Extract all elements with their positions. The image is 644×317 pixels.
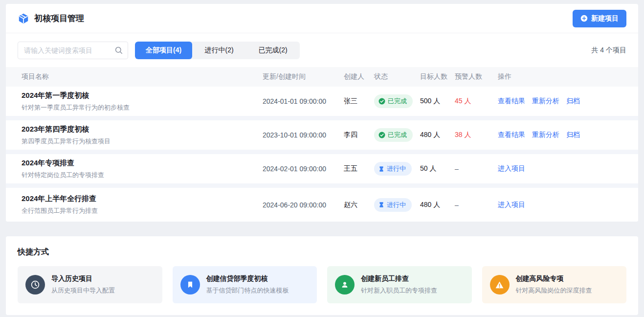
status-badge: 已完成 — [374, 94, 413, 108]
shortcut-cards: 导入历史项目 从历史项目中导入配置 创建信贷部季度初核 基于信贷部门特点的快速模… — [18, 266, 626, 303]
shortcut-import-history[interactable]: 导入历史项目 从历史项目中导入配置 — [18, 266, 162, 303]
project-target-count: 50 人 — [420, 164, 455, 173]
shortcut-card-title: 创建新员工排查 — [361, 274, 437, 283]
project-name: 2024年专项排查 — [22, 158, 263, 168]
enter-project-link[interactable]: 进入项目 — [498, 164, 525, 173]
project-description: 全行范围员工异常行为排查 — [22, 206, 263, 215]
project-creator: 张三 — [344, 97, 374, 106]
project-description: 针对特定岗位员工的专项排查 — [22, 171, 263, 180]
page-title: 初核项目管理 — [34, 13, 84, 24]
project-time: 2023-10-01 09:00:00 — [263, 131, 344, 139]
view-results-link[interactable]: 查看结果 — [498, 97, 525, 106]
project-creator: 赵六 — [344, 201, 374, 209]
column-header-status: 状态 — [374, 72, 420, 81]
user-icon — [335, 275, 355, 294]
bookmark-icon — [180, 275, 200, 294]
project-creator: 李四 — [344, 131, 374, 139]
project-warning-count: – — [455, 165, 498, 173]
shortcut-card-subtitle: 从历史项目中导入配置 — [51, 286, 115, 295]
check-circle-icon — [378, 98, 385, 105]
new-project-button[interactable]: 新建项目 — [573, 10, 626, 27]
table-row: 2024年专项排查 针对特定岗位员工的专项排查 2024-02-01 09:00… — [6, 154, 638, 188]
page-header-left: 初核项目管理 — [18, 13, 84, 24]
reanalyze-link[interactable]: 重新分析 — [532, 97, 559, 106]
table-header-row: 项目名称 更新/创建时间 创建人 状态 目标人数 预警人数 操作 — [6, 67, 638, 87]
tab-completed[interactable]: 已完成(2) — [246, 42, 300, 59]
shortcut-credit-dept-review[interactable]: 创建信贷部季度初核 基于信贷部门特点的快速模板 — [173, 266, 317, 303]
search-icon[interactable] — [114, 46, 123, 55]
shortcut-card-title: 导入历史项目 — [51, 274, 115, 283]
project-operations: 查看结果 重新分析 归档 — [498, 131, 626, 139]
shortcuts-title: 快捷方式 — [18, 247, 626, 257]
project-name-cell: 2024年上半年全行排查 全行范围员工异常行为排查 — [18, 194, 263, 215]
clock-icon — [25, 275, 45, 294]
project-status-cell: 进行中 — [374, 162, 420, 176]
view-results-link[interactable]: 查看结果 — [498, 131, 525, 139]
archive-link[interactable]: 归档 — [566, 97, 580, 106]
archive-link[interactable]: 归档 — [566, 131, 580, 139]
table-row: 2023年第四季度初核 第四季度员工异常行为核查项目 2023-10-01 09… — [6, 120, 638, 154]
project-description: 第四季度员工异常行为核查项目 — [22, 137, 263, 146]
project-warning-count: 38 人 — [455, 131, 498, 139]
shortcut-high-risk-special[interactable]: 创建高风险专项 针对高风险岗位的深度排查 — [482, 266, 627, 303]
project-name-cell: 2024年专项排查 针对特定岗位员工的专项排查 — [18, 158, 263, 180]
table-row: 2024年上半年全行排查 全行范围员工异常行为排查 2024-06-20 09:… — [6, 188, 638, 222]
project-name: 2024年第一季度初核 — [22, 91, 263, 100]
table-row: 2024年第一季度初核 针对第一季度员工异常行为的初步核查 2024-01-01… — [6, 87, 638, 120]
status-badge-label: 进行中 — [387, 201, 406, 209]
enter-project-link[interactable]: 进入项目 — [498, 201, 525, 209]
project-filter-tabs: 全部项目(4) 进行中(2) 已完成(2) — [135, 42, 300, 59]
shortcut-card-text: 创建新员工排查 针对新入职员工的专项排查 — [361, 274, 437, 295]
project-time: 2024-06-20 09:00:00 — [263, 201, 344, 209]
shortcut-card-title: 创建信贷部季度初核 — [206, 274, 289, 283]
hourglass-icon — [378, 166, 384, 172]
shortcut-card-title: 创建高风险专项 — [516, 274, 592, 283]
main-panel: 初核项目管理 新建项目 全部项目(4) 进行中(2) — [6, 4, 638, 222]
project-warning-count: – — [455, 201, 498, 209]
project-name: 2023年第四季度初核 — [22, 125, 263, 134]
project-status-cell: 已完成 — [374, 128, 420, 142]
project-operations: 查看结果 重新分析 归档 — [498, 97, 626, 106]
status-badge-label: 已完成 — [388, 131, 407, 139]
project-time: 2024-02-01 09:00:00 — [263, 165, 344, 173]
project-name: 2024年上半年全行排查 — [22, 194, 263, 204]
project-status-cell: 进行中 — [374, 198, 420, 212]
shortcut-card-subtitle: 针对新入职员工的专项排查 — [361, 286, 437, 295]
project-warning-count: 45 人 — [455, 97, 498, 106]
shortcut-new-employee-screening[interactable]: 创建新员工排查 针对新入职员工的专项排查 — [327, 266, 472, 303]
search-box — [18, 42, 128, 59]
new-project-button-label: 新建项目 — [591, 14, 619, 23]
toolbar: 全部项目(4) 进行中(2) 已完成(2) 共 4 个项目 — [6, 33, 638, 67]
project-target-count: 480 人 — [420, 201, 455, 209]
reanalyze-link[interactable]: 重新分析 — [532, 131, 559, 139]
project-name-cell: 2023年第四季度初核 第四季度员工异常行为核查项目 — [18, 125, 263, 146]
check-circle-icon — [378, 132, 385, 138]
project-description: 针对第一季度员工异常行为的初步核查 — [22, 103, 263, 112]
project-name-cell: 2024年第一季度初核 针对第一季度员工异常行为的初步核查 — [18, 91, 263, 112]
shortcut-card-text: 创建高风险专项 针对高风险岗位的深度排查 — [516, 274, 592, 295]
project-creator: 王五 — [344, 164, 374, 173]
plus-circle-icon — [580, 15, 588, 22]
project-status-cell: 已完成 — [374, 94, 420, 108]
project-operations: 进入项目 — [498, 164, 626, 173]
status-badge-label: 已完成 — [388, 97, 407, 106]
search-input[interactable] — [18, 42, 128, 59]
hourglass-icon — [378, 202, 384, 208]
tab-all-projects[interactable]: 全部项目(4) — [135, 42, 192, 59]
warning-icon — [490, 275, 510, 294]
column-header-name: 项目名称 — [18, 72, 263, 81]
column-header-creator: 创建人 — [344, 72, 374, 81]
status-badge: 已完成 — [374, 128, 413, 142]
tab-in-progress[interactable]: 进行中(2) — [192, 42, 246, 59]
column-header-operations: 操作 — [498, 72, 626, 81]
project-count-text: 共 4 个项目 — [591, 46, 626, 55]
project-target-count: 480 人 — [420, 131, 455, 139]
status-badge: 进行中 — [374, 198, 412, 212]
shortcut-card-text: 导入历史项目 从历史项目中导入配置 — [51, 274, 115, 295]
project-operations: 进入项目 — [498, 201, 626, 209]
status-badge-label: 进行中 — [387, 164, 406, 173]
shortcut-card-subtitle: 基于信贷部门特点的快速模板 — [206, 286, 289, 295]
column-header-warning: 预警人数 — [455, 72, 498, 81]
shortcut-card-subtitle: 针对高风险岗位的深度排查 — [516, 286, 592, 295]
project-time: 2024-01-01 09:00:00 — [263, 97, 344, 105]
